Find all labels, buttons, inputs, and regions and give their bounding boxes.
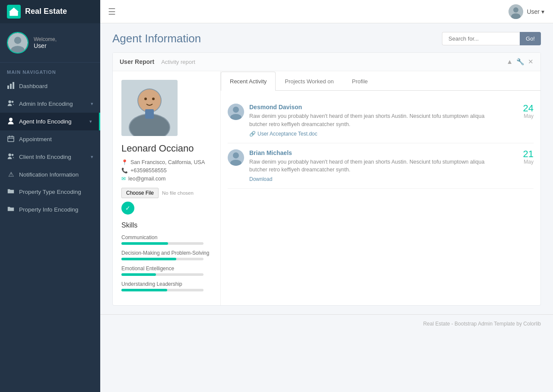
- main-card: User Report Activity report ▲ 🔧 ✕: [112, 52, 541, 306]
- activity-body: Brian Michaels Raw denim you probably ha…: [249, 149, 502, 183]
- skill-bar-bg: [121, 258, 203, 260]
- chevron-icon-2: ▾: [89, 119, 92, 124]
- skill-label: Emotional Entelligence: [121, 266, 212, 272]
- card-header-actions: ▲ 🔧 ✕: [506, 58, 534, 66]
- skill-bar-fill: [121, 258, 176, 260]
- svg-rect-10: [13, 82, 14, 89]
- activity-file-link[interactable]: 🔗 User Acceptance Test.doc: [249, 131, 502, 137]
- svg-rect-8: [7, 85, 9, 89]
- user-dropdown[interactable]: User ▾: [527, 8, 544, 15]
- card-header-title: User Report: [120, 58, 154, 65]
- profile-right: Recent Activity Projects Worked on Profi…: [221, 71, 540, 305]
- profile-phone: 📞 +63598558555: [121, 168, 212, 174]
- skill-item: Communication: [121, 234, 212, 245]
- skills-container: Communication Decision-Making and Proble…: [121, 234, 212, 291]
- svg-point-26: [233, 107, 239, 113]
- skill-bar-bg: [121, 273, 203, 276]
- sidebar-property-info-label: Property Info Encoding: [19, 206, 93, 213]
- sidebar-user-info: Welcome, User: [34, 36, 57, 49]
- sidebar-item-appointment[interactable]: Appointment: [0, 130, 100, 148]
- brand-name: Real Estate: [25, 7, 67, 16]
- sidebar-item-property-info-encoding[interactable]: Property Info Encoding: [0, 201, 100, 218]
- svg-point-15: [8, 154, 11, 156]
- search-input[interactable]: [442, 32, 520, 45]
- sidebar-item-property-type-encoding[interactable]: Property Type Encoding: [0, 183, 100, 201]
- activity-item: Desmond Davison Raw denim you probably h…: [228, 98, 534, 143]
- sidebar-item-dashboard[interactable]: Dashboard: [0, 77, 100, 95]
- clients-icon: [7, 153, 15, 161]
- navbar-right: User ▾: [509, 4, 553, 19]
- activity-text: Raw denim you probably haven't heard of …: [249, 112, 502, 129]
- wrench-icon[interactable]: 🔧: [516, 58, 524, 66]
- location-text: San Francisco, California, USA: [130, 159, 205, 165]
- calendar-icon: [7, 135, 15, 143]
- file-choose-button[interactable]: Choose File: [121, 188, 159, 198]
- phone-icon: 📞: [121, 168, 128, 174]
- activity-date: 21 May: [508, 149, 534, 165]
- activity-body: Desmond Davison Raw denim you probably h…: [249, 104, 502, 137]
- activity-text: Raw denim you probably haven't heard of …: [249, 158, 502, 174]
- skill-label: Decision-Making and Problem-Solving: [121, 250, 212, 256]
- skill-item: Emotional Entelligence: [121, 266, 212, 276]
- content-header: Agent Information Go!: [100, 23, 553, 52]
- link-icon: 🔗: [249, 131, 256, 137]
- collapse-icon[interactable]: ▲: [506, 58, 513, 66]
- chevron-icon-3: ▾: [91, 154, 93, 160]
- skill-label: Understanding Leadership: [121, 281, 212, 287]
- chevron-icon: ▾: [91, 101, 93, 107]
- users-icon: [7, 100, 15, 108]
- activity-name: Desmond Davison: [249, 104, 502, 111]
- top-navbar: Real Estate ☰ User ▾: [0, 0, 553, 23]
- footer: Real Estate - Bootstrap Admin Template b…: [100, 314, 553, 333]
- svg-point-12: [12, 101, 14, 103]
- email-text: leo@gmail.com: [128, 176, 165, 182]
- activity-avatar: [228, 149, 244, 166]
- svg-point-23: [152, 98, 155, 100]
- sidebar-appointment-label: Appointment: [19, 136, 93, 142]
- person-icon: [7, 117, 15, 126]
- tab-recent-activity[interactable]: Recent Activity: [221, 72, 276, 91]
- activity-item: Brian Michaels Raw denim you probably ha…: [228, 143, 534, 189]
- search-area: Go!: [442, 32, 541, 45]
- profile-location: 📍 San Francisco, California, USA: [121, 159, 212, 165]
- search-button[interactable]: Go!: [520, 32, 541, 45]
- sidebar-dashboard-label: Dashboard: [19, 83, 93, 89]
- page-title: Agent Information: [112, 32, 201, 45]
- sidebar-username: User: [34, 42, 57, 49]
- footer-text: Real Estate - Bootstrap Admin Template b…: [423, 321, 541, 327]
- welcome-text: Welcome,: [34, 36, 57, 42]
- sidebar-item-client-info-encoding[interactable]: Client Info Encoding ▾: [0, 148, 100, 166]
- file-name-text: No file chosen: [162, 190, 194, 196]
- activity-download-link[interactable]: Download: [249, 176, 502, 182]
- sidebar-item-agent-info-encoding[interactable]: Agent Info Encoding ▾: [0, 113, 100, 130]
- folder-icon: [7, 188, 15, 196]
- chart-icon: [7, 82, 15, 90]
- card-header: User Report Activity report ▲ 🔧 ✕: [113, 53, 540, 71]
- sidebar-agent-info-label: Agent Info Encoding: [19, 118, 85, 125]
- skill-item: Decision-Making and Problem-Solving: [121, 250, 212, 260]
- sidebar-client-info-label: Client Info Encoding: [19, 154, 86, 160]
- folder-icon-2: [7, 205, 15, 214]
- tab-projects-worked-on[interactable]: Projects Worked on: [276, 72, 343, 91]
- hamburger-button[interactable]: ☰: [100, 0, 124, 23]
- svg-point-3: [513, 7, 518, 13]
- tab-profile[interactable]: Profile: [343, 72, 377, 91]
- activity-day: 24: [508, 104, 534, 113]
- check-icon: ✓: [125, 205, 130, 212]
- close-icon[interactable]: ✕: [528, 58, 534, 66]
- sidebar-section-title: MAIN NAVIGATION: [0, 63, 100, 77]
- skill-bar-fill: [121, 289, 167, 291]
- sidebar-item-notification-information[interactable]: ⚠ Notification Information: [0, 166, 100, 183]
- tab-content: Desmond Davison Raw denim you probably h…: [221, 91, 540, 196]
- main-layout: Welcome, User MAIN NAVIGATION Dashboard …: [0, 23, 553, 392]
- svg-point-22: [144, 98, 147, 100]
- svg-rect-24: [145, 109, 154, 119]
- sidebar-item-admin-info-encoding[interactable]: Admin Info Encoding ▾: [0, 95, 100, 113]
- check-circle: ✓: [121, 202, 134, 215]
- activity-day: 21: [508, 149, 534, 159]
- sidebar-notification-label: Notification Information: [19, 171, 93, 178]
- sidebar-property-type-label: Property Type Encoding: [19, 189, 93, 195]
- svg-marker-1: [9, 7, 19, 12]
- svg-point-29: [233, 152, 239, 158]
- profile-left: Leonard Occiano 📍 San Francisco, Califor…: [113, 71, 221, 305]
